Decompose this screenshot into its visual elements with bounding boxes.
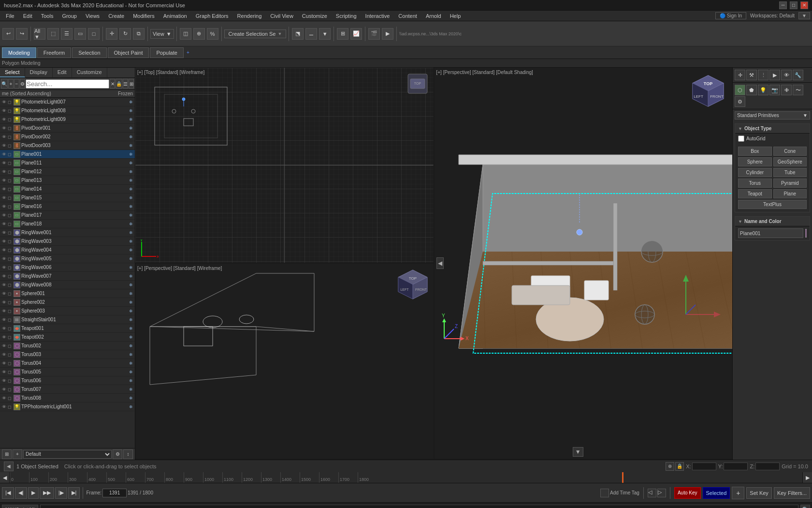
- menu-customize[interactable]: Customize: [298, 11, 331, 21]
- rp-modify-icon[interactable]: ⚒: [746, 70, 757, 80]
- rect-select-button[interactable]: ▭: [74, 28, 86, 40]
- list-item[interactable]: 👁 ◻ ● Sphere003 ❄: [0, 307, 135, 315]
- select-button[interactable]: ⬚: [47, 28, 59, 40]
- set-key-button[interactable]: Set Key: [746, 487, 772, 499]
- render-icon[interactable]: ◻: [8, 283, 13, 287]
- render-icon[interactable]: ◻: [8, 230, 13, 235]
- eye-icon[interactable]: 👁: [2, 265, 7, 270]
- rp-systems-icon[interactable]: ⚙: [735, 96, 745, 107]
- box-button[interactable]: Box: [738, 147, 772, 156]
- render-icon[interactable]: ◻: [8, 274, 13, 279]
- eye-icon[interactable]: 👁: [2, 100, 7, 105]
- menu-group[interactable]: Group: [58, 11, 81, 21]
- snap-icon[interactable]: ⊕: [666, 462, 674, 471]
- align-options-button[interactable]: ▼: [319, 28, 331, 40]
- render-icon[interactable]: ◻: [8, 300, 13, 305]
- name-color-header[interactable]: ▼ Name and Color: [735, 217, 810, 226]
- eye-icon[interactable]: 👁: [2, 352, 7, 357]
- play-fwd-button[interactable]: ▶▶: [40, 487, 54, 499]
- eye-icon[interactable]: 👁: [2, 169, 7, 174]
- eye-icon[interactable]: 👁: [2, 134, 7, 139]
- eye-icon[interactable]: 👁: [2, 108, 7, 113]
- sphere-button[interactable]: Sphere: [738, 157, 772, 166]
- object-name-input[interactable]: [738, 228, 803, 238]
- menu-content[interactable]: Content: [394, 11, 421, 21]
- standard-primitives-dropdown[interactable]: Standard Primitives ▼: [735, 111, 810, 120]
- snap-button[interactable]: ◫: [180, 28, 191, 40]
- window-controls[interactable]: ─ □ ✕: [779, 1, 808, 9]
- render-icon[interactable]: ◻: [8, 152, 13, 157]
- menu-views[interactable]: Views: [82, 11, 103, 21]
- list-item[interactable]: 👁 ◻ ⬤ RingWave003 ❄: [0, 237, 135, 246]
- select-by-name-button[interactable]: ☰: [61, 28, 72, 40]
- rp-shape-icon[interactable]: ⬟: [746, 85, 757, 95]
- sign-in-button[interactable]: 🔵 Sign In: [715, 12, 746, 19]
- eye-icon[interactable]: 👁: [2, 152, 7, 157]
- redo-button[interactable]: ↪: [16, 28, 28, 40]
- list-item[interactable]: 👁 ◻ ⬤ RingWave007 ❄: [0, 272, 135, 281]
- cylinder-button[interactable]: Cylinder: [738, 168, 772, 177]
- list-item[interactable]: 👁 ◻ ▭ Plane014 ❄: [0, 185, 135, 194]
- eye-icon[interactable]: 👁: [2, 361, 7, 366]
- render-icon[interactable]: ◻: [8, 256, 13, 261]
- maxscript-input[interactable]: [40, 505, 798, 508]
- eye-icon[interactable]: 👁: [2, 404, 7, 409]
- autogrid-checkbox[interactable]: [738, 135, 744, 142]
- list-item[interactable]: 👁 ◻ ● Sphere001 ❄: [0, 289, 135, 298]
- render-icon[interactable]: ◻: [8, 204, 13, 209]
- main-viewport-navcube[interactable]: TOP LEFT FRONT: [689, 73, 727, 112]
- rp-geo-icon[interactable]: ⬡: [735, 85, 745, 95]
- rp-helper-icon[interactable]: ✙: [781, 85, 792, 95]
- create-selection-set-button[interactable]: Create Selection Se ▼: [224, 30, 287, 38]
- minimize-button[interactable]: ─: [779, 1, 787, 9]
- rp-create-icon[interactable]: ✛: [735, 70, 745, 80]
- eye-icon[interactable]: 👁: [2, 283, 7, 287]
- list-item[interactable]: 👁 ◻ ⬤ RingWave004 ❄: [0, 246, 135, 254]
- render-icon[interactable]: ◻: [8, 387, 13, 392]
- lock-icon[interactable]: 🔒: [675, 462, 684, 471]
- eye-icon[interactable]: 👁: [2, 274, 7, 279]
- se-cols-btn[interactable]: ⊞: [129, 79, 134, 89]
- rp-hierarchy-icon[interactable]: ⋮: [758, 70, 768, 80]
- key-filters-button[interactable]: Key Filters...: [774, 487, 810, 499]
- eye-icon[interactable]: 👁: [2, 126, 7, 131]
- plus-icon[interactable]: +: [187, 50, 189, 55]
- select-filter-dropdown[interactable]: All ▼: [34, 28, 45, 40]
- eye-icon[interactable]: 👁: [2, 178, 7, 183]
- menu-edit[interactable]: Edit: [19, 11, 36, 21]
- viewport-top[interactable]: [+] [Top] [Standard] [Wireframe]: [135, 68, 434, 263]
- list-item[interactable]: 👁 ◻ ⬤ RingWave008 ❄: [0, 281, 135, 289]
- rp-space-warp-icon[interactable]: 〜: [793, 85, 803, 95]
- next-key-button[interactable]: ▷: [657, 489, 666, 497]
- render-icon[interactable]: ◻: [8, 161, 13, 165]
- eye-icon[interactable]: 👁: [2, 344, 7, 348]
- list-item[interactable]: 👁 ◻ ◯ Torus004 ❄: [0, 359, 135, 368]
- layer-manager-button[interactable]: ⊞: [337, 28, 348, 40]
- render-icon[interactable]: ◻: [8, 117, 13, 122]
- list-item[interactable]: 👁 ◻ ⬤ RingWave001 ❄: [0, 228, 135, 237]
- time-tag-icon[interactable]: [600, 489, 609, 497]
- list-item[interactable]: 👁 ◻ 💡 PhotometricLight008 ❄: [0, 106, 135, 115]
- se-tab-edit[interactable]: Edit: [53, 68, 72, 77]
- eye-icon[interactable]: 👁: [2, 230, 7, 235]
- vp-persp-wire-navcube[interactable]: TOP LEFT FRONT: [396, 268, 430, 302]
- list-item[interactable]: 👁 ◻ ◯ Torus006 ❄: [0, 376, 135, 385]
- list-item[interactable]: 👁 ◻ ◯ Torus003 ❄: [0, 350, 135, 359]
- percent-snap-button[interactable]: %: [207, 28, 218, 40]
- list-item[interactable]: 👁 ◻ 💡 PhotometricLight009 ❄: [0, 115, 135, 124]
- next-frame-button[interactable]: |▶: [55, 487, 67, 499]
- undo-button[interactable]: ↩: [2, 28, 14, 40]
- eye-icon[interactable]: 👁: [2, 335, 7, 340]
- align-button[interactable]: ⚊: [305, 28, 317, 40]
- viewport-top-navcube[interactable]: TOP: [406, 72, 430, 96]
- teapot-button[interactable]: Teapot: [738, 189, 772, 198]
- list-item[interactable]: 👁 ◻ ▭ Plane011 ❄: [0, 159, 135, 167]
- render-icon[interactable]: ◻: [8, 352, 13, 357]
- tab-selection[interactable]: Selection: [72, 47, 106, 58]
- render-icon[interactable]: ◻: [8, 108, 13, 113]
- se-filter-btn[interactable]: 🔍: [1, 79, 8, 89]
- se-expand-btn[interactable]: +: [8, 79, 14, 89]
- timeline-arrow-right[interactable]: ▶: [802, 472, 812, 483]
- close-button[interactable]: ✕: [800, 1, 808, 9]
- list-item[interactable]: 👁 ◻ 🚪 PivotDoor002 ❄: [0, 133, 135, 141]
